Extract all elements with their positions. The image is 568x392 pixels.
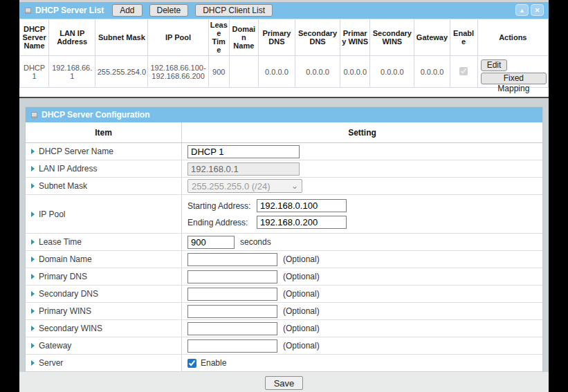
row-arrow-icon (31, 360, 35, 366)
server-enable-checkbox[interactable] (187, 359, 196, 368)
config-row-secondary-wins: Secondary WINS (Optional) (26, 320, 542, 337)
lease-time-unit: seconds (240, 237, 271, 247)
ending-address-label: Ending Address: (187, 218, 257, 227)
cell-dhcp-server-name: DHCP 1 (20, 56, 49, 88)
list-panel-title: DHCP Server List (35, 6, 104, 15)
column-header-domain-name: Domain Name (229, 19, 258, 56)
ending-address-input[interactable] (257, 216, 347, 229)
row-label: Primary WINS (39, 306, 91, 316)
row-arrow-icon (31, 149, 35, 154)
row-label: Server (39, 358, 63, 368)
row-label: Secondary DNS (39, 289, 98, 299)
cell-primary-wins: 0.0.0.0 (340, 56, 370, 88)
row-label: IP Pool (39, 209, 65, 219)
config-row-subnet-mask: Subnet Mask 255.255.255.0 (/24) ⌄ (26, 178, 542, 195)
subnet-mask-selected-value: 255.255.255.0 (/24) (192, 181, 288, 192)
cell-secondary-dns: 0.0.0.0 (295, 56, 340, 88)
row-label: Primary DNS (39, 272, 87, 281)
config-row-dhcp-server-name: DHCP Server Name (26, 143, 542, 160)
column-header-subnet-mask: Subnet Mask (95, 19, 148, 56)
cell-ip-pool: 192.168.66.100-192.168.66.200 (148, 56, 208, 88)
cell-enable (450, 56, 477, 88)
save-button[interactable]: Save (265, 376, 304, 390)
column-header-secondary-wins: Secondary WINS (370, 19, 414, 56)
secondary-wins-input[interactable] (187, 322, 277, 335)
row-arrow-icon (31, 291, 35, 297)
delete-button[interactable]: Delete (149, 4, 189, 17)
optional-note: (Optional) (283, 289, 320, 299)
dhcp-server-name-input[interactable] (187, 145, 300, 158)
column-header-secondary-dns: Secondary DNS (295, 19, 340, 56)
panel-square-icon (31, 112, 37, 118)
optional-note: (Optional) (283, 272, 320, 281)
table-header-row: DHCP Server Name LAN IP Address Subnet M… (20, 19, 549, 56)
dhcp-server-table: DHCP Server Name LAN IP Address Subnet M… (19, 19, 549, 88)
column-header-dhcp-server-name: DHCP Server Name (20, 19, 49, 56)
row-label: LAN IP Address (39, 164, 98, 174)
optional-note: (Optional) (283, 341, 320, 351)
server-enable-option: Enable (187, 358, 226, 368)
dhcp-client-list-button[interactable]: DHCP Client List (195, 4, 273, 17)
row-label: Lease Time (39, 237, 82, 247)
secondary-dns-input[interactable] (187, 288, 277, 301)
lan-ip-address-input (187, 162, 300, 176)
page: DHCP Server List Add Delete DHCP Client … (19, 0, 549, 392)
starting-address-input[interactable] (257, 199, 347, 212)
optional-note: (Optional) (283, 306, 320, 316)
cell-actions: Edit Fixed Mapping (477, 56, 548, 88)
setting-column-header: Setting (182, 122, 542, 142)
collapse-icon[interactable]: ▴ (515, 4, 529, 16)
list-panel-header: DHCP Server List Add Delete DHCP Client … (19, 2, 549, 19)
row-label: Gateway (39, 341, 71, 351)
dhcp-server-configuration-panel: DHCP Server Configuration Item Setting D… (19, 97, 549, 392)
starting-address-label: Starting Address: (187, 201, 257, 211)
enable-checkbox (459, 67, 468, 75)
configuration-form: DHCP Server Configuration Item Setting D… (25, 106, 543, 372)
cell-gateway: 0.0.0.0 (414, 56, 450, 88)
config-row-primary-wins: Primary WINS (Optional) (26, 303, 542, 320)
row-label: Domain Name (39, 254, 92, 264)
config-row-domain-name: Domain Name (Optional) (26, 251, 542, 268)
primary-wins-input[interactable] (187, 305, 277, 318)
close-icon[interactable]: ✕ (531, 4, 544, 16)
row-arrow-icon (31, 326, 35, 331)
row-arrow-icon (31, 274, 35, 279)
domain-name-input[interactable] (187, 253, 277, 266)
config-row-secondary-dns: Secondary DNS (Optional) (26, 286, 542, 303)
row-label: Secondary WINS (39, 324, 102, 333)
cell-lan-ip-address: 192.168.66.1 (49, 56, 95, 88)
row-arrow-icon (31, 308, 35, 314)
item-column-header: Item (26, 122, 182, 142)
config-row-primary-dns: Primary DNS (Optional) (26, 268, 542, 286)
config-columns-header: Item Setting (26, 122, 542, 143)
optional-note: (Optional) (283, 254, 320, 264)
column-header-primary-wins: Primary WINS (340, 19, 370, 56)
row-arrow-icon (31, 256, 35, 262)
config-row-gateway: Gateway (Optional) (26, 337, 542, 355)
row-label: DHCP Server Name (39, 147, 113, 156)
subnet-mask-select: 255.255.255.0 (/24) ⌄ (187, 179, 302, 193)
config-panel-title: DHCP Server Configuration (42, 110, 149, 120)
cell-domain-name (229, 56, 258, 88)
row-arrow-icon (31, 183, 35, 189)
column-header-ip-pool: IP Pool (148, 19, 208, 56)
lease-time-input[interactable] (187, 236, 235, 249)
config-panel-header: DHCP Server Configuration (26, 107, 542, 122)
panel-square-icon (25, 8, 31, 14)
column-header-gateway: Gateway (414, 19, 450, 56)
row-arrow-icon (31, 343, 35, 348)
edit-button[interactable]: Edit (481, 59, 508, 71)
primary-dns-input[interactable] (187, 270, 277, 283)
config-row-server: Server Enable (26, 355, 542, 372)
gateway-input[interactable] (187, 339, 277, 353)
column-header-enable: Enable (450, 19, 477, 56)
fixed-mapping-button[interactable]: Fixed Mapping (481, 73, 547, 84)
add-button[interactable]: Add (112, 4, 142, 17)
cell-primary-dns: 0.0.0.0 (258, 56, 295, 88)
column-header-actions: Actions (477, 19, 548, 56)
window-controls: ▴ ✕ (515, 4, 544, 16)
row-label: Subnet Mask (39, 181, 87, 191)
cell-lease-time: 900 (208, 56, 229, 88)
cell-subnet-mask: 255.255.254.0 (95, 56, 148, 88)
row-arrow-icon (31, 239, 35, 245)
